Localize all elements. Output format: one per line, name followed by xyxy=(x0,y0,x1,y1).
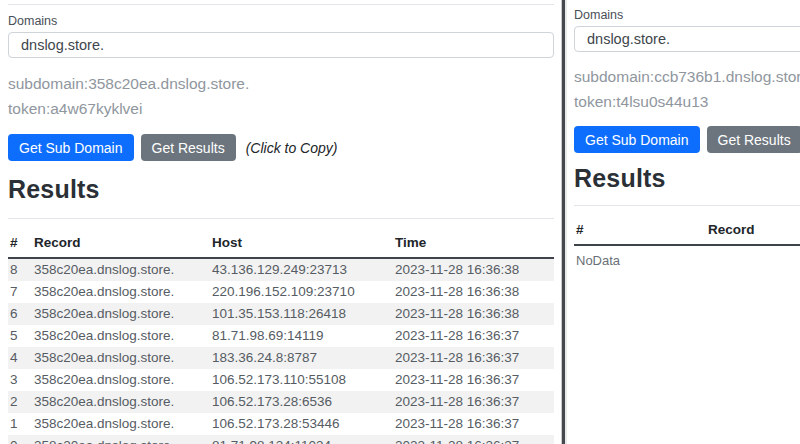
row-index-cell: 7 xyxy=(8,281,32,303)
table-header-row: # Record Host Time xyxy=(8,231,554,258)
get-results-button[interactable]: Get Results xyxy=(707,126,800,153)
row-index-cell: 6 xyxy=(8,303,32,325)
results-table: # Record Host Time 8358c20ea.dnslog.stor… xyxy=(8,231,554,444)
token-text: token:t4lsu0s44u13 xyxy=(574,93,800,111)
nodata-text: NoData xyxy=(574,253,800,268)
header-time: Time xyxy=(393,231,554,258)
token-text: token:a4w67kyklvei xyxy=(8,100,554,118)
table-row: 7358c20ea.dnslog.store.220.196.152.109:2… xyxy=(8,281,554,303)
row-index-cell: 4 xyxy=(8,347,32,369)
row-index-cell: 3 xyxy=(8,369,32,391)
time-cell: 2023-11-28 16:36:37 xyxy=(393,391,554,413)
get-subdomain-button[interactable]: Get Sub Domain xyxy=(8,134,134,161)
left-dnslog-window: Domains subdomain:358c20ea.dnslog.store.… xyxy=(0,0,562,444)
results-table: # Record xyxy=(574,218,800,246)
domains-label: Domains xyxy=(8,14,554,28)
table-row: 8358c20ea.dnslog.store.43.136.129.249:23… xyxy=(8,258,554,281)
record-cell: 358c20ea.dnslog.store. xyxy=(32,281,210,303)
record-cell: 358c20ea.dnslog.store. xyxy=(32,325,210,347)
record-cell: 358c20ea.dnslog.store. xyxy=(32,369,210,391)
subdomain-text: subdomain:ccb736b1.dnslog.store. xyxy=(574,68,800,86)
header-index: # xyxy=(574,218,706,245)
host-cell: 220.196.152.109:23710 xyxy=(210,281,393,303)
table-row: 1358c20ea.dnslog.store.106.52.173.28:534… xyxy=(8,413,554,435)
time-cell: 2023-11-28 16:36:37 xyxy=(393,413,554,435)
domains-label: Domains xyxy=(574,8,800,22)
time-cell: 2023-11-28 16:36:38 xyxy=(393,303,554,325)
domain-input[interactable] xyxy=(574,26,800,52)
table-row: 2358c20ea.dnslog.store.106.52.173.28:653… xyxy=(8,391,554,413)
header-index: # xyxy=(8,231,32,258)
row-index-cell: 1 xyxy=(8,413,32,435)
results-table-head: # Record xyxy=(574,218,800,245)
table-row: 5358c20ea.dnslog.store.81.71.98.69:14119… xyxy=(8,325,554,347)
host-cell: 106.52.173.28:53446 xyxy=(210,413,393,435)
button-row: Get Sub Domain Get Results (Click to Cop… xyxy=(8,134,554,161)
table-row: 0358c20ea.dnslog.store.81.71.98.134:1103… xyxy=(8,435,554,444)
host-cell: 101.35.153.118:26418 xyxy=(210,303,393,325)
record-cell: 358c20ea.dnslog.store. xyxy=(32,391,210,413)
time-cell: 2023-11-28 16:36:37 xyxy=(393,325,554,347)
top-divider-line xyxy=(8,4,554,5)
header-host: Host xyxy=(210,231,393,258)
results-table-head: # Record Host Time xyxy=(8,231,554,258)
time-cell: 2023-11-28 16:36:37 xyxy=(393,435,554,444)
host-cell: 183.36.24.8:8787 xyxy=(210,347,393,369)
table-header-row: # Record xyxy=(574,218,800,245)
button-row: Get Sub Domain Get Results (Click to Cop… xyxy=(574,126,800,153)
host-cell: 106.52.173.28:6536 xyxy=(210,391,393,413)
host-cell: 106.52.173.110:55108 xyxy=(210,369,393,391)
table-row: 6358c20ea.dnslog.store.101.35.153.118:26… xyxy=(8,303,554,325)
host-cell: 81.71.98.134:11034 xyxy=(210,435,393,444)
get-subdomain-button[interactable]: Get Sub Domain xyxy=(574,126,700,153)
table-row: 3358c20ea.dnslog.store.106.52.173.110:55… xyxy=(8,369,554,391)
record-cell: 358c20ea.dnslog.store. xyxy=(32,347,210,369)
host-cell: 43.136.129.249:23713 xyxy=(210,258,393,281)
header-record: Record xyxy=(706,218,800,245)
time-cell: 2023-11-28 16:36:37 xyxy=(393,347,554,369)
host-cell: 81.71.98.69:14119 xyxy=(210,325,393,347)
time-cell: 2023-11-28 16:36:38 xyxy=(393,281,554,303)
row-index-cell: 0 xyxy=(8,435,32,444)
subdomain-text: subdomain:358c20ea.dnslog.store. xyxy=(8,75,554,93)
row-index-cell: 8 xyxy=(8,258,32,281)
left-results-tbody: 8358c20ea.dnslog.store.43.136.129.249:23… xyxy=(8,258,554,444)
time-cell: 2023-11-28 16:36:38 xyxy=(393,258,554,281)
results-divider-line xyxy=(574,205,800,206)
right-dnslog-window: Domains subdomain:ccb736b1.dnslog.store.… xyxy=(567,0,800,444)
record-cell: 358c20ea.dnslog.store. xyxy=(32,258,210,281)
record-cell: 358c20ea.dnslog.store. xyxy=(32,435,210,444)
record-cell: 358c20ea.dnslog.store. xyxy=(32,413,210,435)
results-heading: Results xyxy=(8,175,554,204)
row-index-cell: 2 xyxy=(8,391,32,413)
time-cell: 2023-11-28 16:36:37 xyxy=(393,369,554,391)
domain-input[interactable] xyxy=(8,32,554,58)
get-results-button[interactable]: Get Results xyxy=(141,134,236,161)
results-divider-line xyxy=(8,218,554,219)
results-heading: Results xyxy=(574,164,800,193)
row-index-cell: 5 xyxy=(8,325,32,347)
click-to-copy-hint: (Click to Copy) xyxy=(246,140,338,156)
record-cell: 358c20ea.dnslog.store. xyxy=(32,303,210,325)
header-record: Record xyxy=(32,231,210,258)
table-row: 4358c20ea.dnslog.store.183.36.24.8:87872… xyxy=(8,347,554,369)
